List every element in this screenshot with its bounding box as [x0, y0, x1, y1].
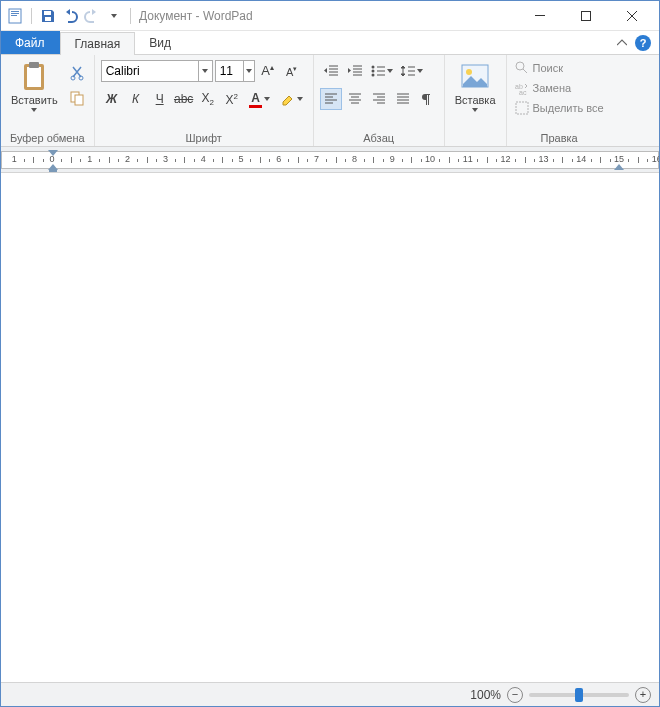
zoom-in-button[interactable]: + [635, 687, 651, 703]
tab-view[interactable]: Вид [135, 31, 186, 54]
tab-file[interactable]: Файл [1, 31, 60, 54]
select-all-button[interactable]: Выделить все [513, 100, 606, 116]
title-bar: Документ - WordPad [1, 1, 659, 31]
left-indent-marker[interactable] [49, 170, 57, 173]
first-line-indent-marker[interactable] [48, 150, 58, 156]
font-size-combo[interactable] [215, 60, 255, 82]
svg-rect-7 [582, 11, 591, 20]
group-insert: Вставка [445, 55, 507, 146]
window-title: Документ - WordPad [135, 9, 517, 23]
group-clipboard-label: Буфер обмена [7, 130, 88, 144]
line-spacing-button[interactable] [398, 60, 426, 82]
tab-home[interactable]: Главная [60, 32, 136, 55]
picture-icon [459, 60, 491, 92]
svg-text:ac: ac [519, 89, 527, 95]
svg-rect-14 [75, 95, 83, 105]
paste-button[interactable]: Вставить [7, 58, 62, 114]
font-color-button[interactable]: A [245, 88, 275, 110]
justify-button[interactable] [392, 88, 414, 110]
group-paragraph: Абзац [314, 55, 445, 146]
font-size-input[interactable] [216, 64, 243, 78]
font-family-input[interactable] [102, 64, 198, 78]
svg-rect-10 [29, 62, 39, 68]
align-left-button[interactable] [320, 88, 342, 110]
help-icon[interactable]: ? [635, 35, 651, 51]
maximize-button[interactable] [563, 1, 609, 31]
group-font-label: Шрифт [101, 130, 307, 144]
paragraph-dialog-button[interactable] [416, 88, 438, 110]
grow-font-button[interactable]: A▴ [257, 60, 279, 82]
group-paragraph-label: Абзац [320, 130, 438, 144]
select-all-label: Выделить все [533, 102, 604, 114]
chevron-down-icon[interactable] [198, 61, 212, 81]
subscript-button[interactable]: X2 [197, 88, 219, 110]
increase-indent-button[interactable] [344, 60, 366, 82]
ruler[interactable]: 1012345678910111213141516 [1, 147, 659, 173]
zoom-slider[interactable] [529, 693, 629, 697]
group-clipboard: Вставить Буфер обмена [1, 55, 95, 146]
zoom-level-label: 100% [470, 688, 501, 702]
group-font: A▴ A▾ Ж К Ч abc X2 X2 A Шрифт [95, 55, 314, 146]
chevron-down-icon [31, 108, 37, 112]
replace-button[interactable]: abac Замена [513, 80, 606, 96]
svg-rect-5 [45, 17, 51, 21]
svg-point-20 [516, 62, 524, 70]
replace-label: Замена [533, 82, 572, 94]
svg-rect-2 [11, 13, 19, 14]
svg-rect-3 [11, 15, 17, 16]
svg-rect-9 [27, 67, 41, 87]
collapse-ribbon-icon[interactable] [617, 38, 627, 48]
bold-button[interactable]: Ж [101, 88, 123, 110]
find-label: Поиск [533, 62, 563, 74]
paste-label: Вставить [11, 94, 58, 106]
superscript-button[interactable]: X2 [221, 88, 243, 110]
align-right-button[interactable] [368, 88, 390, 110]
paste-icon [18, 60, 50, 92]
svg-point-15 [372, 66, 375, 69]
ribbon: Вставить Буфер обмена [1, 55, 659, 147]
undo-icon[interactable] [60, 6, 80, 26]
insert-label: Вставка [455, 94, 496, 106]
zoom-slider-thumb[interactable] [575, 688, 583, 702]
document-area[interactable] [1, 173, 659, 682]
strikethrough-button[interactable]: abc [173, 88, 195, 110]
qat-customize-icon[interactable] [104, 6, 124, 26]
align-center-button[interactable] [344, 88, 366, 110]
close-button[interactable] [609, 1, 655, 31]
svg-rect-6 [535, 15, 545, 16]
shrink-font-button[interactable]: A▾ [281, 60, 303, 82]
svg-point-16 [372, 70, 375, 73]
zoom-out-button[interactable]: − [507, 687, 523, 703]
minimize-button[interactable] [517, 1, 563, 31]
copy-button[interactable] [66, 87, 88, 109]
quick-access-toolbar [5, 6, 135, 26]
svg-rect-4 [44, 11, 51, 15]
ribbon-tabs: Файл Главная Вид ? [1, 31, 659, 55]
app-icon[interactable] [5, 6, 25, 26]
chevron-down-icon[interactable] [243, 61, 254, 81]
cut-button[interactable] [66, 62, 88, 84]
svg-point-19 [466, 69, 472, 75]
right-indent-marker[interactable] [614, 164, 624, 170]
svg-point-17 [372, 74, 375, 77]
group-editing: Поиск abac Замена Выделить все Правка [507, 55, 612, 146]
save-icon[interactable] [38, 6, 58, 26]
status-bar: 100% − + [1, 682, 659, 706]
group-editing-label: Правка [513, 130, 606, 144]
chevron-down-icon [472, 108, 478, 112]
highlight-button[interactable] [277, 88, 307, 110]
svg-rect-23 [516, 102, 528, 114]
window-controls [517, 1, 655, 31]
svg-rect-1 [11, 11, 19, 12]
insert-button[interactable]: Вставка [451, 58, 500, 114]
redo-icon[interactable] [82, 6, 102, 26]
font-family-combo[interactable] [101, 60, 213, 82]
underline-button[interactable]: Ч [149, 88, 171, 110]
decrease-indent-button[interactable] [320, 60, 342, 82]
italic-button[interactable]: К [125, 88, 147, 110]
bullets-button[interactable] [368, 60, 396, 82]
find-button[interactable]: Поиск [513, 60, 606, 76]
